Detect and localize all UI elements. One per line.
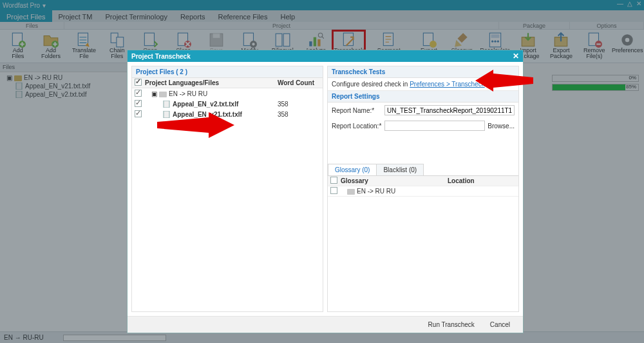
annotation-arrow [157, 112, 234, 138]
glossary-grid: Glossary Location EN -> RU RU [328, 176, 518, 311]
svg-rect-41 [347, 189, 355, 195]
folder-icon [159, 90, 167, 97]
browse-button[interactable]: Browse... [488, 122, 515, 130]
dialog-buttons: Run Transcheck Cancel [128, 316, 523, 333]
dialog-title: Project Transcheck [131, 53, 191, 60]
glossary-row-label: EN -> RU RU [357, 188, 395, 195]
collapse-icon: ▣ [151, 90, 157, 97]
file-row[interactable]: Appeal_EN_v2.txt.txlf358 [132, 99, 323, 109]
dialog-title-bar: Project Transcheck ✕ [128, 50, 523, 62]
glossary-tabs: Glossary (0) Blacklist (0) [328, 164, 518, 176]
file-row-checkbox[interactable] [135, 90, 142, 97]
select-all-checkbox[interactable] [135, 79, 142, 86]
tests-text: Configure desired check in [332, 81, 410, 88]
file-row-checkbox[interactable] [135, 100, 142, 107]
run-transcheck-button[interactable]: Run Transcheck [428, 321, 475, 328]
col-wordcount: Word Count [278, 79, 323, 86]
report-location-label: Report Location:* [332, 122, 382, 130]
report-location-input[interactable] [384, 121, 485, 131]
file-row-checkbox[interactable] [135, 110, 142, 117]
gloss-col-location: Location [448, 177, 518, 184]
report-location-row: Report Location:* Browse... [328, 118, 518, 133]
preferences-link[interactable]: Preferences > Transcheck [410, 81, 484, 88]
project-files-panel: Project Files ( 2 ) Project Languages/Fi… [131, 66, 323, 312]
file-row-label: EN -> RU RU [169, 90, 207, 97]
col-files: Project Languages/Files [144, 79, 278, 86]
report-name-label: Report Name:* [332, 107, 382, 114]
files-columns: Project Languages/Files Word Count [132, 78, 323, 88]
file-icon [163, 101, 171, 108]
settings-header: Report Settings [328, 91, 518, 103]
svg-marker-42 [157, 112, 234, 138]
glossary-row-checkbox[interactable] [330, 187, 337, 194]
file-row-count: 358 [278, 101, 323, 108]
tab-blacklist[interactable]: Blacklist (0) [376, 164, 424, 175]
svg-rect-38 [159, 92, 167, 97]
report-name-row: Report Name:* [328, 103, 518, 118]
file-row-count: 358 [278, 111, 323, 118]
cancel-button[interactable]: Cancel [490, 321, 510, 328]
tab-glossary[interactable]: Glossary (0) [328, 164, 377, 175]
settings-panel: Transcheck Tests Configure desired check… [327, 66, 519, 312]
transcheck-dialog: Project Transcheck ✕ Project Files ( 2 )… [127, 50, 524, 333]
project-files-header: Project Files ( 2 ) [132, 66, 323, 78]
gloss-col-name: Glossary [339, 177, 448, 184]
glossary-row[interactable]: EN -> RU RU [328, 186, 518, 197]
svg-marker-43 [475, 70, 533, 92]
folder-icon [347, 188, 355, 195]
file-row-label: Appeal_EN_v2.txt.txlf [173, 101, 238, 108]
file-row[interactable]: ▣EN -> RU RU [132, 88, 323, 99]
annotation-arrow [475, 70, 533, 92]
svg-rect-39 [164, 101, 169, 108]
glossary-select-all[interactable] [330, 177, 337, 184]
report-name-input[interactable] [384, 105, 515, 115]
dialog-close-button[interactable]: ✕ [513, 52, 519, 61]
